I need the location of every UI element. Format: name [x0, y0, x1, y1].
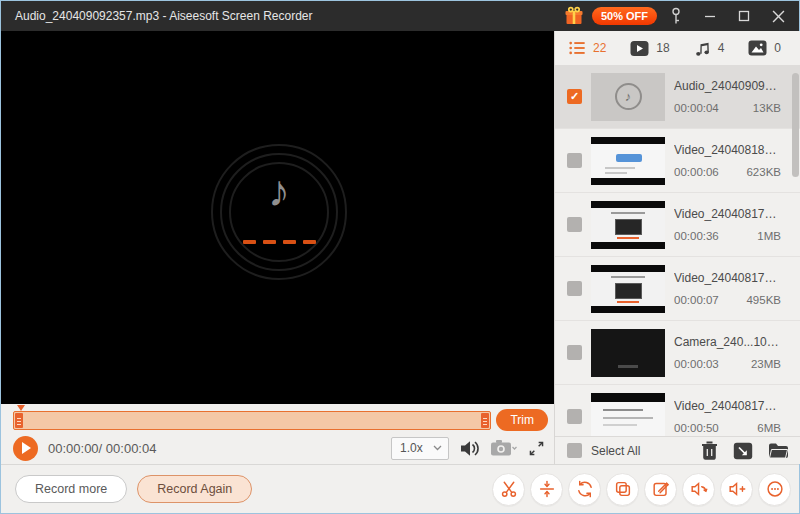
speed-select[interactable]: 1.0x — [391, 437, 449, 460]
more-button[interactable] — [758, 473, 791, 506]
trim-start-handle[interactable] — [15, 413, 23, 428]
file-size: 1MB — [757, 230, 781, 242]
tab-all-recordings[interactable]: 22 — [568, 39, 606, 57]
file-duration: 00:00:03 — [674, 358, 719, 370]
file-size: 6MB — [757, 422, 781, 434]
audios-count: 4 — [718, 41, 725, 55]
image-icon — [748, 40, 767, 56]
file-name: Video_240408180010.mp4 — [674, 143, 781, 157]
tab-videos[interactable]: 18 — [630, 40, 669, 57]
thumbnail[interactable] — [591, 393, 665, 437]
window-title: Audio_240409092357.mp3 - Aiseesoft Scree… — [15, 9, 313, 23]
recording-item[interactable]: Video_240408174107.mp4 00:00:36 1MB — [555, 193, 800, 257]
fullscreen-button[interactable] — [527, 439, 546, 458]
copy-icon — [613, 479, 633, 499]
player-pane: ♪ Trim 00:00:00/ 00:00:0 — [1, 31, 554, 464]
file-duration: 00:00:06 — [674, 166, 719, 178]
compress-icon — [537, 479, 557, 499]
file-name: Video_240408174107.mp4 — [674, 207, 781, 221]
recordings-sidebar: 22 18 4 — [554, 31, 800, 464]
minimize-button[interactable] — [695, 3, 725, 29]
snapshot-button[interactable] — [490, 439, 517, 457]
scissors-icon — [499, 479, 519, 499]
file-size: 23MB — [751, 358, 781, 370]
images-count: 0 — [774, 41, 781, 55]
trim-button[interactable]: Trim — [496, 409, 548, 431]
volume-boost-button[interactable] — [720, 473, 753, 506]
titlebar[interactable]: Audio_240409092357.mp3 - Aiseesoft Scree… — [1, 1, 799, 31]
delete-button[interactable] — [701, 441, 718, 460]
recording-item[interactable]: Video_240408173748.mp4 00:00:50 6MB — [555, 385, 800, 436]
copy-button[interactable] — [606, 473, 639, 506]
file-size: 495KB — [746, 294, 781, 306]
play-button[interactable] — [13, 436, 38, 461]
trim-end-handle[interactable] — [481, 413, 489, 428]
audio-convert-icon — [689, 479, 709, 499]
video-icon — [630, 40, 649, 57]
tab-audios[interactable]: 4 — [694, 40, 725, 57]
volume-boost-icon — [727, 479, 747, 499]
media-preview[interactable]: ♪ — [1, 31, 554, 404]
close-button[interactable] — [763, 3, 793, 29]
select-all-checkbox[interactable] — [567, 443, 582, 458]
thumbnail[interactable] — [591, 265, 665, 313]
file-name: Video_240408174026.mp4 — [674, 271, 781, 285]
recording-item[interactable]: Video_240408180010.mp4 00:00:06 623KB — [555, 129, 800, 193]
thumbnail[interactable] — [591, 137, 665, 185]
tab-images[interactable]: 0 — [748, 40, 781, 56]
media-tabs: 22 18 4 — [555, 31, 800, 65]
audio-artwork: ♪ — [211, 144, 347, 280]
convert-icon — [575, 479, 595, 499]
maximize-button[interactable] — [729, 3, 759, 29]
edit-button[interactable] — [644, 473, 677, 506]
file-name: Video_240408173748.mp4 — [674, 399, 781, 413]
item-checkbox[interactable] — [567, 89, 582, 104]
promo-badge[interactable]: 50% OFF — [592, 7, 657, 25]
file-size: 13KB — [753, 102, 781, 114]
item-checkbox[interactable] — [567, 281, 582, 296]
file-name: Audio_240409092357.mp3 — [674, 79, 781, 93]
loading-dashes — [211, 240, 347, 244]
thumbnail[interactable]: ♪ — [591, 73, 665, 121]
record-more-button[interactable]: Record more — [15, 475, 127, 503]
bottom-toolbar: Record more Record Again — [1, 464, 799, 513]
recording-item[interactable]: Video_240408174026.mp4 00:00:07 495KB — [555, 257, 800, 321]
register-key-icon[interactable] — [661, 3, 691, 29]
trim-clip-button[interactable] — [492, 473, 525, 506]
compress-button[interactable] — [530, 473, 563, 506]
speed-value: 1.0x — [400, 441, 423, 455]
edit-icon — [651, 479, 671, 499]
export-button[interactable] — [733, 442, 753, 460]
file-duration: 00:00:07 — [674, 294, 719, 306]
item-checkbox[interactable] — [567, 217, 582, 232]
select-all-row: Select All — [555, 436, 800, 464]
chevron-down-icon — [433, 445, 442, 451]
playback-controls: Trim 00:00:00/ 00:00:04 1.0x — [1, 404, 554, 464]
file-duration: 00:00:36 — [674, 230, 719, 242]
file-duration: 00:00:50 — [674, 422, 719, 434]
item-checkbox[interactable] — [567, 345, 582, 360]
item-checkbox[interactable] — [567, 153, 582, 168]
open-folder-button[interactable] — [768, 442, 789, 459]
thumbnail[interactable] — [591, 329, 665, 377]
file-duration: 00:00:04 — [674, 102, 719, 114]
recording-item[interactable]: ♪ Audio_240409092357.mp3 00:00:04 13KB — [555, 65, 800, 129]
scrollbar-thumb[interactable] — [792, 73, 799, 177]
recordings-list: ♪ Audio_240409092357.mp3 00:00:04 13KB — [555, 65, 800, 436]
time-display: 00:00:00/ 00:00:04 — [48, 441, 156, 456]
file-name: Camera_240...101552.mp4 — [674, 335, 781, 349]
volume-button[interactable] — [459, 439, 480, 458]
music-note-icon: ♪ — [211, 166, 347, 216]
audio-convert-button[interactable] — [682, 473, 715, 506]
music-icon — [694, 40, 711, 57]
more-icon — [765, 479, 785, 499]
thumbnail[interactable] — [591, 201, 665, 249]
recording-item[interactable]: Camera_240...101552.mp4 00:00:03 23MB — [555, 321, 800, 385]
edit-tools — [492, 473, 791, 506]
trim-timeline[interactable] — [13, 411, 491, 430]
gift-icon[interactable] — [560, 3, 588, 29]
videos-count: 18 — [656, 41, 669, 55]
item-checkbox[interactable] — [567, 409, 582, 424]
record-again-button[interactable]: Record Again — [137, 475, 252, 503]
convert-button[interactable] — [568, 473, 601, 506]
